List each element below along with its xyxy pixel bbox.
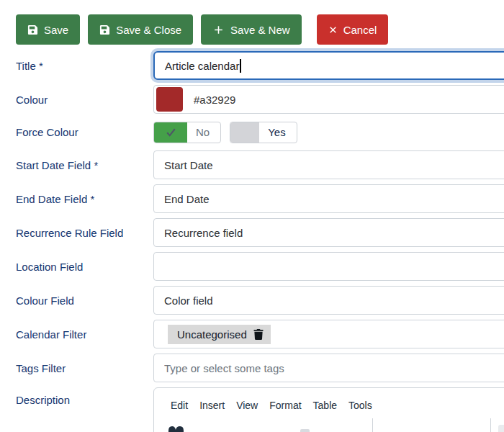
recurrence-label: Recurrence Rule Field <box>0 218 153 247</box>
location-label: Location Field <box>0 252 153 281</box>
force-colour-label: Force Colour <box>0 126 153 138</box>
toolbar-partial-icon[interactable] <box>166 423 186 432</box>
force-colour-no-label: No <box>187 122 220 143</box>
action-toolbar: Save Save & Close Save & New Cancel <box>16 14 504 45</box>
save-new-button[interactable]: Save & New <box>201 14 302 45</box>
end-date-select[interactable]: End Date <box>153 184 504 213</box>
description-editor[interactable]: Edit Insert View Format Table Tools <box>153 387 504 432</box>
colour-field-select-value: Color field <box>164 294 213 307</box>
colour-field-label: Colour Field <box>0 286 153 315</box>
recurrence-select[interactable]: Recurrence field <box>153 218 504 247</box>
save-button[interactable]: Save <box>16 14 80 45</box>
text-cursor <box>240 59 241 73</box>
description-row: Description Edit Insert View Format Tabl… <box>0 387 504 432</box>
force-colour-option-no[interactable]: No <box>153 122 221 143</box>
close-icon <box>328 25 338 35</box>
save-button-label: Save <box>44 24 68 36</box>
title-input-value: Article calendar <box>165 60 239 72</box>
calendar-filter-chip-label: Uncategorised <box>177 328 247 341</box>
editor-menubar: Edit Insert View Format Table Tools <box>154 388 504 415</box>
colour-field-select[interactable]: Color field <box>153 286 504 315</box>
editor-menu-view[interactable]: View <box>230 396 264 415</box>
end-date-label: End Date Field * <box>0 184 153 213</box>
floppy-disk-icon <box>99 24 110 35</box>
plus-icon <box>212 24 225 36</box>
floppy-disk-icon <box>27 24 38 35</box>
start-date-select-value: Start Date <box>164 159 213 171</box>
tags-filter-label: Tags Filter <box>0 354 153 382</box>
editor-menu-tools[interactable]: Tools <box>343 396 378 415</box>
recurrence-select-value: Recurrence field <box>164 227 243 239</box>
trash-icon[interactable] <box>253 329 264 340</box>
force-colour-row: Force Colour No Yes <box>0 119 504 145</box>
calendar-filter-field[interactable]: Uncategorised <box>153 320 504 348</box>
editor-menu-edit[interactable]: Edit <box>165 396 194 415</box>
force-colour-yes-label: Yes <box>259 122 296 143</box>
colour-input[interactable]: #a32929 <box>153 85 504 114</box>
switch-off-box <box>230 122 259 143</box>
title-label: Title * <box>0 51 153 80</box>
location-row: Location Field <box>0 252 504 281</box>
calendar-filter-label: Calendar Filter <box>0 320 153 348</box>
title-input[interactable]: Article calendar <box>153 51 504 80</box>
toolbar-faint-button[interactable] <box>498 425 504 432</box>
cancel-button-label: Cancel <box>343 24 377 36</box>
edit-form-page: Save Save & Close Save & New Cancel Titl… <box>0 0 504 432</box>
calendar-filter-row: Calendar Filter Uncategorised <box>0 320 504 348</box>
start-date-label: Start Date Field * <box>0 150 153 179</box>
tags-filter-input[interactable] <box>153 354 504 382</box>
editor-toolbar <box>154 416 504 432</box>
location-select[interactable] <box>153 252 504 281</box>
description-label: Description <box>0 387 153 432</box>
editor-menu-format[interactable]: Format <box>264 396 307 415</box>
toolbar-faint-icon[interactable] <box>300 429 310 432</box>
colour-swatch[interactable] <box>156 87 183 112</box>
save-new-button-label: Save & New <box>230 24 290 36</box>
recurrence-row: Recurrence Rule Field Recurrence field <box>0 218 504 247</box>
end-date-select-value: End Date <box>164 193 210 205</box>
cancel-button[interactable]: Cancel <box>317 14 389 45</box>
force-colour-option-yes[interactable]: Yes <box>230 122 297 143</box>
save-close-button[interactable]: Save & Close <box>88 14 193 45</box>
checkmark-icon <box>154 122 187 143</box>
force-colour-switcher: No Yes <box>153 122 297 143</box>
save-close-button-label: Save & Close <box>116 24 181 36</box>
start-date-row: Start Date Field * Start Date <box>0 150 504 179</box>
toolbar-separator <box>372 418 373 432</box>
colour-row: Colour #a32929 <box>0 85 504 114</box>
toolbar-separator <box>490 418 491 432</box>
editor-menu-insert[interactable]: Insert <box>194 396 230 415</box>
calendar-filter-chip[interactable]: Uncategorised <box>168 325 271 344</box>
editor-menu-table[interactable]: Table <box>307 396 343 415</box>
colour-field-row: Colour Field Color field <box>0 286 504 315</box>
colour-label: Colour <box>0 85 153 114</box>
start-date-select[interactable]: Start Date <box>153 150 504 179</box>
title-row: Title * Article calendar <box>0 51 504 80</box>
end-date-row: End Date Field * End Date <box>0 184 504 213</box>
colour-hex-value: #a32929 <box>194 94 235 106</box>
tags-filter-row: Tags Filter <box>0 354 504 382</box>
